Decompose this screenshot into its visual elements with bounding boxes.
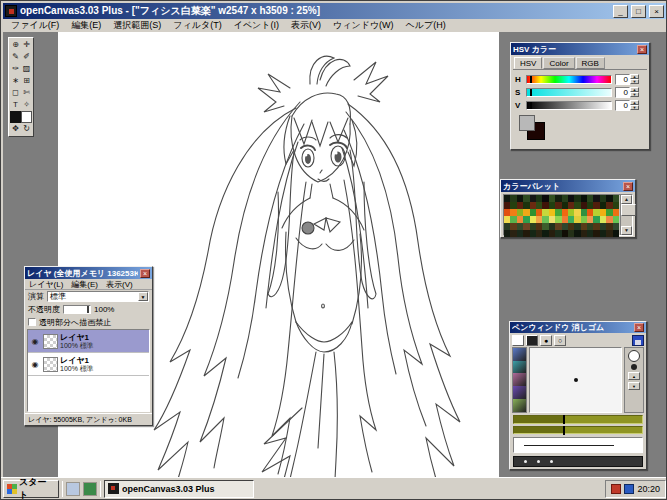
menu-item-3[interactable]: フィルタ(T) — [167, 19, 227, 32]
layer-row[interactable]: ◉レイヤ1100% 標準 — [28, 353, 149, 376]
pen-tool[interactable]: ✎ — [10, 51, 21, 63]
layer-thumbnail — [43, 357, 58, 372]
brush-tool[interactable]: ✑ — [10, 63, 21, 75]
brush-tip-small[interactable] — [631, 364, 637, 370]
save-preset-icon[interactable] — [632, 335, 644, 346]
eyedropper-tool[interactable]: ✧ — [21, 99, 32, 111]
start-button[interactable]: スタート — [3, 480, 59, 498]
layer-menu-item-2[interactable]: 表示(V) — [102, 279, 137, 290]
minimize-button[interactable]: _ — [613, 5, 628, 18]
palette-swatch[interactable] — [613, 216, 619, 223]
blend-mode-dropdown[interactable]: 標準 ▼ — [47, 291, 149, 302]
h-slider[interactable] — [526, 75, 612, 84]
quicklaunch-icon[interactable] — [66, 482, 80, 496]
palette-close-button[interactable]: × — [623, 182, 633, 191]
tip-scroll-up-icon[interactable]: ▲ — [628, 372, 640, 380]
hsv-titlebar[interactable]: HSV カラー × — [511, 43, 649, 55]
layer-titlebar[interactable]: レイヤ (全使用メモリ 136253KB) × — [25, 267, 152, 279]
pen-texture-thumb[interactable] — [513, 373, 526, 386]
spin-down-icon[interactable]: ▼ — [630, 105, 639, 110]
pen-texture-thumb[interactable] — [513, 399, 526, 412]
pressure-curve-strip[interactable] — [513, 456, 643, 467]
palette-swatch[interactable] — [613, 202, 619, 209]
pen-texture-thumb[interactable] — [513, 348, 526, 361]
s-slider[interactable] — [526, 88, 612, 97]
move-tool[interactable]: ✛ — [21, 39, 32, 51]
layer-menu-item-1[interactable]: 編集(E) — [67, 279, 102, 290]
brush-preview[interactable] — [529, 347, 622, 413]
close-button[interactable]: × — [649, 5, 664, 18]
layer-info: 100% 標準 — [60, 365, 94, 372]
chevron-down-icon[interactable]: ▼ — [138, 292, 148, 301]
palette-swatch[interactable] — [613, 195, 619, 202]
quicklaunch-icon[interactable] — [83, 482, 97, 496]
pen-white-button[interactable] — [512, 335, 524, 346]
tray-icon[interactable] — [624, 484, 634, 494]
pen-texture-thumb[interactable] — [513, 386, 526, 399]
pen-black-button[interactable] — [526, 335, 538, 346]
v-value-input[interactable]: 0 — [615, 100, 630, 111]
menu-item-5[interactable]: 表示(V) — [285, 19, 327, 32]
brush-opacity-slider[interactable] — [513, 426, 643, 435]
pen-shape-button[interactable]: ● — [540, 335, 552, 346]
palette-swatch[interactable] — [613, 223, 619, 230]
menu-item-7[interactable]: ヘルプ(H) — [400, 19, 452, 32]
blend-mode-label: 演算 — [28, 291, 44, 302]
palette-swatch[interactable] — [613, 230, 619, 237]
tab-rgb[interactable]: RGB — [576, 57, 605, 69]
tab-hsv[interactable]: HSV — [514, 57, 542, 69]
opacity-slider[interactable] — [63, 305, 91, 314]
spin-down-icon[interactable]: ▼ — [630, 92, 639, 97]
palette-swatch[interactable] — [613, 209, 619, 216]
menu-item-6[interactable]: ウィンドウ(W) — [327, 19, 400, 32]
hsv-close-button[interactable]: × — [637, 45, 647, 54]
lasso-tool[interactable]: ✄ — [21, 87, 32, 99]
h-value-input[interactable]: 0 — [615, 74, 630, 85]
scrollbar-track[interactable] — [621, 216, 632, 226]
s-value-input[interactable]: 0 — [615, 87, 630, 98]
menu-item-0[interactable]: ファイル(F) — [5, 19, 65, 32]
layer-close-button[interactable]: × — [140, 269, 150, 278]
scrollbar-thumb[interactable] — [621, 204, 636, 216]
tab-color[interactable]: Color — [543, 57, 574, 69]
menu-item-4[interactable]: イベント(I) — [228, 19, 285, 32]
foreground-color[interactable]: ■ — [10, 111, 21, 123]
scroll-down-icon[interactable]: ▼ — [621, 226, 632, 235]
layer-visibility-icon[interactable]: ◉ — [29, 360, 41, 369]
lock-transparency-checkbox[interactable] — [28, 318, 36, 326]
fill-tool[interactable]: ⊞ — [21, 75, 32, 87]
tip-scroll-down-icon[interactable]: ▼ — [628, 382, 640, 390]
pen-texture-thumb[interactable] — [513, 361, 526, 374]
eraser-tool[interactable]: ▨ — [21, 63, 32, 75]
palette-titlebar[interactable]: カラーパレット × — [501, 180, 635, 192]
current-color-swatch[interactable] — [519, 115, 535, 131]
layer-row[interactable]: ◉レイヤ1100% 標準 — [28, 330, 149, 353]
rotate-tool[interactable]: ↻ — [21, 123, 32, 135]
select-tool[interactable]: ◻ — [10, 87, 21, 99]
airbrush-tool[interactable]: ∗ — [10, 75, 21, 87]
palette-scrollbar[interactable]: ▲ ▼ — [620, 195, 632, 235]
menu-item-2[interactable]: 選択範囲(S) — [107, 19, 167, 32]
titlebar[interactable]: openCanvas3.03 Plus - ["フィシス白菜楽" w2547 x… — [3, 3, 666, 19]
scroll-up-icon[interactable]: ▲ — [621, 195, 632, 204]
stroke-preview — [513, 437, 643, 452]
maximize-button[interactable]: □ — [631, 5, 646, 18]
v-slider[interactable] — [526, 101, 612, 110]
spin-down-icon[interactable]: ▼ — [630, 79, 639, 84]
pen-shape-outline-button[interactable]: ○ — [554, 335, 566, 346]
pen-titlebar[interactable]: ペンウィンドウ 消しゴム × — [510, 322, 646, 333]
background-color[interactable]: □ — [21, 111, 32, 123]
menu-item-1[interactable]: 編集(E) — [65, 19, 107, 32]
menubar: ファイル(F)編集(E)選択範囲(S)フィルタ(T)イベント(I)表示(V)ウィ… — [3, 19, 666, 32]
layer-visibility-icon[interactable]: ◉ — [29, 337, 41, 346]
pencil-tool[interactable]: ✐ — [21, 51, 32, 63]
brush-tip-large[interactable] — [628, 350, 640, 362]
pen-close-button[interactable]: × — [634, 323, 644, 332]
zoom-tool[interactable]: ⊕ — [10, 39, 21, 51]
taskbar-task-button[interactable]: openCanvas3.03 Plus — [104, 480, 254, 498]
hand-tool[interactable]: ✥ — [10, 123, 21, 135]
brush-size-slider[interactable] — [513, 415, 643, 424]
text-tool[interactable]: T — [10, 99, 21, 111]
layer-menu-item-0[interactable]: レイヤ(L) — [25, 279, 67, 290]
tray-icon[interactable] — [611, 484, 621, 494]
